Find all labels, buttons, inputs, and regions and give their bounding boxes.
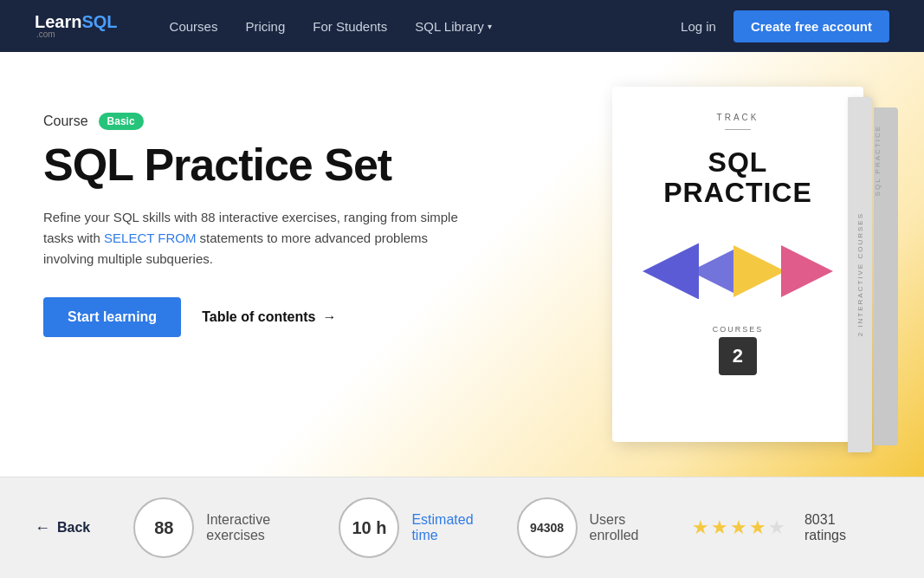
nav-links: Courses Pricing For Students SQL Library… [170, 19, 646, 34]
stats-bar: ← Back 88 Interactive exercises 10 h Est… [0, 477, 924, 578]
star-3-icon: ★ [730, 516, 747, 539]
courses-badge: COURSES 2 [713, 325, 764, 375]
logo-com: .com [36, 30, 118, 39]
login-button[interactable]: Log in [681, 19, 716, 34]
nav-for-students[interactable]: For Students [313, 19, 387, 34]
logo[interactable]: LearnSQL .com [35, 13, 118, 39]
ratings-count: 8031 ratings [804, 512, 846, 543]
shape-yellow-icon [733, 245, 785, 297]
start-learning-button[interactable]: Start learning [43, 297, 181, 337]
spine-text1: 2 INTERACTIVE COURSES [856, 212, 864, 336]
back-label: Back [57, 520, 90, 536]
hero-actions: Start learning Table of contents → [43, 297, 476, 337]
book-track-label: TRACK [717, 113, 759, 122]
courses-number: 2 [719, 337, 757, 375]
time-count-circle: 10 h [339, 497, 399, 558]
exercises-stat: 88 Interactive exercises [133, 497, 295, 558]
star-icons: ★ ★ ★ ★ ★ [692, 516, 785, 539]
logo-sql: SQL [81, 13, 117, 30]
table-of-contents-link[interactable]: Table of contents → [202, 309, 336, 325]
hero-content: Course Basic SQL Practice Set Refine you… [43, 104, 476, 337]
star-5-icon: ★ [768, 516, 785, 539]
hero-section: Course Basic SQL Practice Set Refine you… [0, 52, 924, 477]
time-stat: 10 h Estimated time [339, 497, 473, 558]
exercises-count-circle: 88 [133, 497, 194, 558]
book-title: SQLPRACTICE [663, 147, 812, 208]
create-account-button[interactable]: Create free account [733, 10, 889, 42]
back-arrow-icon: ← [35, 519, 50, 537]
nav-courses[interactable]: Courses [170, 19, 218, 34]
nav-right: Log in Create free account [681, 10, 889, 42]
course-label: Course [43, 114, 88, 129]
ratings-stat: ★ ★ ★ ★ ★ 8031 ratings [692, 512, 846, 543]
enrolled-stat: 94308 Users enrolled [517, 497, 649, 558]
logo-learn: Learn [35, 13, 81, 30]
star-1-icon: ★ [692, 516, 709, 539]
spine-text2: SQL PRACTICE [874, 125, 882, 196]
enrolled-count-circle: 94308 [517, 497, 578, 558]
star-2-icon: ★ [711, 516, 728, 539]
back-button[interactable]: ← Back [35, 519, 90, 537]
book-track-divider [725, 129, 751, 130]
chevron-down-icon: ▾ [488, 22, 492, 31]
toc-label: Table of contents [202, 309, 315, 325]
page-title: SQL Practice Set [43, 140, 476, 190]
star-4-icon: ★ [749, 516, 766, 539]
hero-description: Refine your SQL skills with 88 interacti… [43, 207, 476, 270]
nav-pricing[interactable]: Pricing [245, 19, 285, 34]
nav-sql-library-label: SQL Library [415, 19, 483, 34]
basic-badge: Basic [99, 113, 144, 130]
book-spine2: SQL PRACTICE [874, 107, 898, 445]
book-spine: 2 INTERACTIVE COURSES [848, 97, 872, 452]
time-label: Estimated time [411, 512, 473, 543]
course-tag: Course Basic [43, 113, 476, 130]
exercises-label: Interactive exercises [206, 512, 295, 543]
hero-desc-highlight1: SELECT FROM [104, 231, 196, 245]
enrolled-label: Users enrolled [590, 512, 649, 543]
book-visual: TRACK SQLPRACTICE COURSES 2 2 INTERACTIV… [569, 87, 898, 459]
book-shapes [643, 243, 833, 299]
shape-pink-icon [781, 245, 833, 297]
nav-sql-library[interactable]: SQL Library ▾ [415, 19, 491, 34]
arrow-right-icon: → [322, 309, 336, 325]
book-cover: TRACK SQLPRACTICE COURSES 2 [612, 87, 863, 442]
navbar: LearnSQL .com Courses Pricing For Studen… [0, 0, 924, 52]
courses-label: COURSES [713, 325, 764, 334]
